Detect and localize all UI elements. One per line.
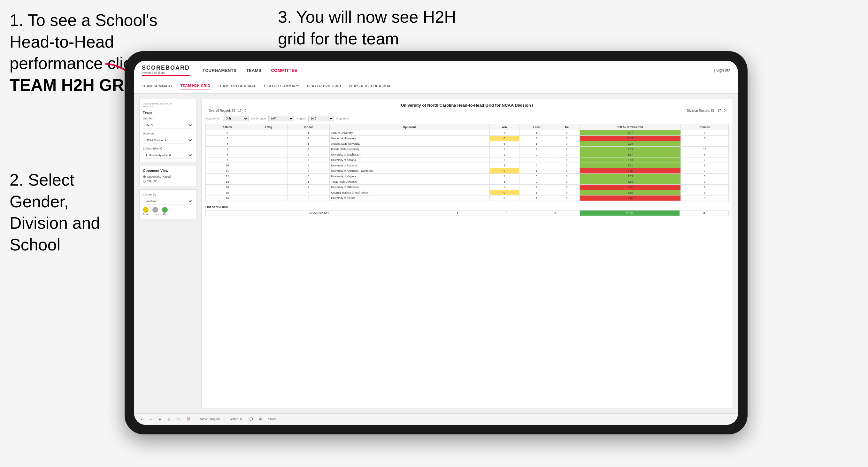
cell-rounds: 3 (681, 174, 729, 179)
radio-group: Opponents Played Top 100 (143, 175, 193, 183)
radio-top100[interactable]: Top 100 (143, 180, 193, 183)
col-opponent: Opponent (329, 124, 489, 130)
radio-dot-top100 (143, 180, 146, 183)
gender-select[interactable]: Men's (143, 122, 193, 128)
col-rounds: Rounds (681, 124, 729, 130)
share-btn[interactable]: Share (267, 417, 278, 422)
watch-btn[interactable]: Watch ▼ (228, 417, 244, 422)
view-original-btn[interactable]: View: Original (198, 417, 221, 422)
school-select[interactable]: 1. University of Nort... (143, 152, 193, 158)
cell-name: Vanderbilt University (329, 136, 489, 141)
cell-rank: 4 (206, 141, 249, 147)
cell-name: University of Arizona (329, 157, 489, 163)
cell-tie: 0 (554, 168, 580, 174)
subnav-team-h2h-heatmap[interactable]: TEAM H2H HEATMAP (218, 84, 256, 89)
cell-out-rounds: 3 (680, 211, 729, 216)
table-row: 12 3 University of Virginia 1 0 0 2.33 3 (206, 174, 729, 179)
cell-conf: 2 (287, 152, 329, 157)
cell-tie: 0 (554, 185, 580, 190)
logo: SCOREBOARD Powered by clippd (142, 64, 190, 76)
cell-name: University of Oklahoma (329, 185, 489, 190)
cell-reg (249, 136, 287, 141)
gender-label: Gender (143, 117, 193, 120)
cell-loss: 0 (519, 157, 554, 163)
sign-out-link[interactable]: | Sign out (714, 68, 731, 72)
cell-rank: 6 (206, 147, 249, 152)
cell-out-diff: 26.00 (580, 211, 680, 216)
filter-opponent-select[interactable]: (All) (308, 116, 334, 121)
radio-dot-opponents (143, 175, 146, 178)
table-row: 6 2 Florida State University 1 2 0 1.83 … (206, 147, 729, 152)
col-tie: Tie (554, 124, 580, 130)
h2h-table: # Rank # Reg # Conf Opponent Win Loss Ti… (206, 124, 729, 201)
toolbar: ↩ ↪ ▶ ⎘ 📋 ⏰ View: Original Watch ▼ 💬 ⊞ S… (134, 413, 738, 425)
out-div-table: NCAA Division II 1 0 0 26.00 3 (206, 210, 729, 216)
cell-rounds: 9 (681, 195, 729, 201)
subnav-team-summary[interactable]: TEAM SUMMARY (142, 84, 173, 89)
cell-rank: 12 (206, 174, 249, 179)
cell-rounds: 3 (681, 152, 729, 157)
col-loss: Loss (519, 124, 554, 130)
table-row: 14 2 University of Oklahoma 1 2 0 -1.00 … (206, 185, 729, 190)
filter-conference-select[interactable]: (All) (223, 116, 249, 121)
cell-loss: 2 (519, 147, 554, 152)
cell-rounds: 9 (681, 185, 729, 190)
subnav-player-h2h-heatmap[interactable]: PLAYER H2H HEATMAP (349, 84, 392, 89)
subnav-player-summary[interactable]: PLAYER SUMMARY (264, 84, 299, 89)
cell-diff: 4.50 (580, 190, 680, 195)
redo-btn[interactable]: ↪ (148, 417, 154, 422)
left-panel: Last Updated: 27/03/2024 16:55:38 Team G… (139, 99, 197, 408)
cell-conf: 5 (287, 163, 329, 168)
filter-opponents-label: Opponents: (206, 117, 220, 120)
filter-row: Opponents: (All) Conference (All) Region… (206, 116, 729, 121)
filter-region-select[interactable]: (All) (268, 116, 294, 121)
radio-opponents-played[interactable]: Opponents Played (143, 175, 193, 178)
grid-view-btn[interactable]: ⊞ (257, 417, 263, 422)
cell-rank: 9 (206, 157, 249, 163)
forward-btn[interactable]: ▶ (157, 417, 163, 422)
cell-name: Texas Tech University (329, 179, 489, 185)
cell-reg (249, 152, 287, 157)
toolbar-sep (195, 417, 195, 422)
cell-conf: 6 (287, 168, 329, 174)
main-content: Last Updated: 27/03/2024 16:55:38 Team G… (134, 94, 738, 413)
cell-tie: 0 (554, 163, 580, 168)
cell-loss: 2 (519, 185, 554, 190)
conference-filter-label: Conference (251, 117, 266, 120)
cell-diff: -6.42 (580, 195, 680, 201)
cell-conf: 1 (287, 179, 329, 185)
division-select[interactable]: NCAA Division I (143, 137, 193, 144)
cell-conf: 1 (287, 130, 329, 136)
cell-tie: 0 (554, 136, 580, 141)
cell-rank: 8 (206, 152, 249, 157)
cell-rounds: 8 (681, 136, 729, 141)
cell-win: 0 (489, 136, 519, 141)
subnav-team-h2h-grid[interactable]: TEAM H2H GRID (181, 84, 210, 89)
comment-btn[interactable]: 💬 (247, 417, 254, 422)
table-header-row: # Rank # Reg # Conf Opponent Win Loss Ti… (206, 124, 729, 130)
last-updated-time: 16:55:38 (143, 105, 193, 108)
cell-reg (249, 168, 287, 174)
undo-btn[interactable]: ↩ (139, 417, 145, 422)
cell-loss: 0 (519, 179, 554, 185)
colour-select[interactable]: Win/loss (143, 198, 193, 205)
opponent-view-label: Opponent View (143, 169, 193, 173)
paste-btn[interactable]: 📋 (175, 417, 182, 422)
clock-btn[interactable]: ⏰ (185, 417, 192, 422)
grid-records: Overall Record: 89 - 17 - 0 Division Rec… (206, 109, 729, 113)
table-row: 2 1 Auburn University 2 1 0 1.67 9 (206, 130, 729, 136)
nav-link-committee[interactable]: COMMITTEE (271, 68, 298, 73)
cell-loss: 1 (519, 130, 554, 136)
school-label: School (Rank) (143, 147, 193, 150)
radio-opponents-label: Opponents Played (147, 175, 170, 178)
region-filter-label: Region (297, 117, 306, 120)
nav-link-tournaments[interactable]: TOURNAMENTS (203, 68, 237, 73)
nav-link-teams[interactable]: TEAMS (246, 68, 261, 73)
logo-main: SCOREBOARD (142, 64, 190, 71)
cell-loss: 1 (519, 168, 554, 174)
subnav-player-h2h-grid[interactable]: PLAYER H2H GRID (307, 84, 341, 89)
copy-btn[interactable]: ⎘ (166, 417, 171, 422)
color-dot-level (152, 207, 158, 213)
tablet: SCOREBOARD Powered by clippd TOURNAMENTS… (125, 51, 748, 434)
cell-diff: 3.67 (580, 152, 680, 157)
